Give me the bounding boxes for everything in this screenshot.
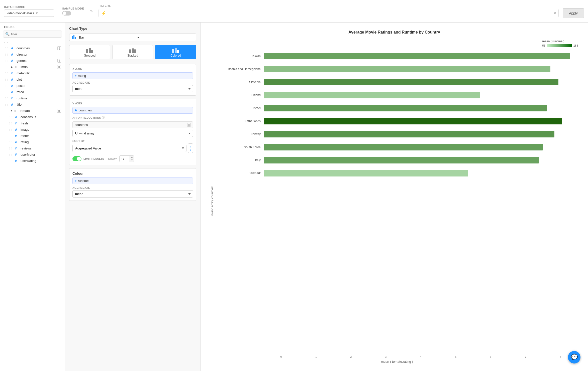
chat-icon: 💬 — [571, 354, 578, 360]
chat-button[interactable]: 💬 — [568, 351, 580, 363]
field-item-consensus[interactable]: ⋮⋮Aconsensus — [0, 114, 65, 120]
colour-field-pill[interactable]: # runtime — [72, 177, 193, 184]
field-item-metacritic[interactable]: ⋮⋮#metacritic — [0, 70, 65, 76]
chart-bar-row: South Korea — [216, 141, 578, 154]
unwind-select[interactable]: Unwind array — [72, 130, 193, 137]
string-field-icon: A — [15, 128, 19, 131]
svg-rect-4 — [89, 48, 91, 53]
colour-field-icon: # — [75, 179, 76, 183]
field-item-rating[interactable]: ⋮⋮#rating — [0, 139, 65, 145]
variant-stacked-btn[interactable]: Stacked — [112, 45, 153, 59]
show-label: SHOW: — [108, 157, 117, 160]
x-field-pill[interactable]: # rating — [72, 72, 193, 79]
chart-variant-row: Grouped Stacked Color — [69, 45, 196, 59]
chart-inner: mean ( runtime ) 55 183 TaiwanBosnia and… — [216, 40, 578, 363]
show-input[interactable]: ▲ ▼ — [119, 155, 134, 162]
colour-aggregate-select[interactable]: mean — [72, 190, 193, 198]
chart-type-select[interactable]: Bar ▾ — [69, 34, 196, 41]
drag-handle-icon: ⋮⋮ — [8, 116, 13, 118]
apply-button[interactable]: Apply — [563, 8, 584, 18]
field-item-userRating[interactable]: ⋮⋮#userRating — [0, 158, 65, 164]
group-toggle-icon[interactable]: ▶ — [11, 66, 13, 68]
chart-bar-row: Slovenia — [216, 76, 578, 89]
chart-bar-row: Denmark — [216, 167, 578, 180]
y-field-pill[interactable]: A countries — [72, 107, 193, 114]
sort-by-label: SORT BY — [72, 139, 193, 142]
clear-filter-icon[interactable]: ✕ — [553, 11, 556, 16]
limit-toggle[interactable] — [72, 156, 81, 161]
chevron-down-icon: ▾ — [36, 11, 51, 15]
variant-grouped-btn[interactable]: Grouped — [69, 45, 110, 59]
field-name-label: countries — [17, 46, 56, 50]
y-axis-title: Y Axis — [72, 102, 193, 105]
x-tick: 5 — [438, 355, 473, 358]
x-tick: 4 — [403, 355, 438, 358]
string-field-icon: A — [11, 47, 15, 50]
chart-bar-row: Italy — [216, 154, 578, 167]
chart-wrapper: unwind array 'countries' mean ( runtime … — [211, 40, 578, 363]
variant-grouped-label: Grouped — [84, 54, 95, 57]
field-item-imdb[interactable]: ⋮⋮▶{}imdb{} — [0, 64, 65, 70]
show-number-input[interactable] — [120, 156, 130, 162]
field-item-tomato[interactable]: ⋮⋮▾{}tomato{} — [0, 108, 65, 114]
field-item-userMeter[interactable]: ⋮⋮#userMeter — [0, 151, 65, 158]
grouped-icon — [86, 48, 93, 53]
fields-search[interactable]: 🔍 — [3, 31, 62, 38]
field-name-label: imdb — [21, 65, 56, 69]
chart-legend: mean ( runtime ) 55 183 — [542, 40, 578, 47]
chart-bar-row: Netherlands — [216, 115, 578, 128]
field-item-plot[interactable]: ⋮⋮Aplot — [0, 76, 65, 83]
field-item-reviews[interactable]: ⋮⋮#reviews — [0, 145, 65, 151]
field-item-meter[interactable]: ⋮⋮#meter — [0, 133, 65, 139]
field-name-label: userMeter — [21, 153, 61, 156]
chart-bar-label: Taiwan — [216, 54, 264, 58]
sort-select[interactable]: Aggregated Value — [72, 145, 186, 152]
fields-search-input[interactable] — [11, 32, 60, 36]
sample-mode-toggle[interactable] — [62, 11, 71, 16]
string-field-icon: {} — [15, 66, 19, 68]
chart-bar-label: Netherlands — [216, 119, 264, 123]
drag-handle-icon: ⋮⋮ — [4, 66, 9, 68]
x-aggregate-select[interactable]: mean — [72, 85, 193, 92]
drag-handle-icon: ⋮⋮ — [4, 59, 9, 62]
colour-field-name: runtime — [78, 179, 89, 183]
fields-more-indicator: · · · — [0, 40, 65, 45]
y-field-name: countries — [78, 108, 92, 112]
svg-rect-5 — [91, 50, 93, 53]
field-name-label: reviews — [21, 146, 61, 150]
colour-aggregate-label: AGGREGATE — [72, 186, 193, 189]
field-item-rated[interactable]: ⋮⋮Arated — [0, 89, 65, 95]
drag-handle-icon: ⋮⋮ — [8, 153, 13, 156]
field-item-genres[interactable]: ⋮⋮Agenres[] — [0, 58, 65, 64]
legend-gradient: 55 183 — [542, 44, 578, 47]
hash-field-icon: # — [15, 159, 19, 163]
field-item-title[interactable]: ⋮⋮Atitle — [0, 101, 65, 108]
variant-colored-btn[interactable]: Colored — [155, 45, 196, 59]
filters-input[interactable]: ⚡ ✕ — [99, 9, 559, 17]
svg-rect-1 — [73, 35, 74, 39]
group-toggle-icon[interactable]: ▾ — [11, 109, 12, 112]
datasource-select[interactable]: video.movieDetails ▾ — [4, 10, 54, 17]
sample-mode-label: Sample Mode — [62, 7, 84, 10]
filters-section: Filters ⚡ ✕ Apply — [99, 4, 584, 18]
chart-type-row: Bar ▾ — [69, 34, 196, 41]
legend-max: 183 — [573, 44, 578, 47]
sort-direction-btn[interactable]: ↑ ↓ — [188, 143, 193, 153]
field-item-countries[interactable]: ⋮⋮Acountries[] — [0, 45, 65, 51]
hash-field-icon: # — [15, 122, 19, 125]
field-item-director[interactable]: ⋮⋮Adirector — [0, 51, 65, 58]
field-item-runtime[interactable]: ⋮⋮#runtime — [0, 95, 65, 101]
info-icon[interactable]: ⓘ — [102, 116, 105, 119]
sample-mode-toggle-row — [62, 11, 84, 16]
field-item-image[interactable]: ⋮⋮Aimage — [0, 126, 65, 133]
field-item-fresh[interactable]: ⋮⋮#fresh — [0, 120, 65, 126]
search-icon: 🔍 — [5, 32, 10, 36]
show-increment-btn[interactable]: ▲ — [130, 156, 134, 159]
colour-title: Colour — [72, 171, 193, 175]
show-decrement-btn[interactable]: ▼ — [130, 159, 134, 162]
field-name-label: metacritic — [17, 71, 61, 75]
field-item-poster[interactable]: ⋮⋮Aposter — [0, 83, 65, 89]
field-name-label: meter — [21, 134, 61, 138]
field-name-label: director — [17, 53, 61, 56]
svg-rect-13 — [175, 48, 177, 53]
